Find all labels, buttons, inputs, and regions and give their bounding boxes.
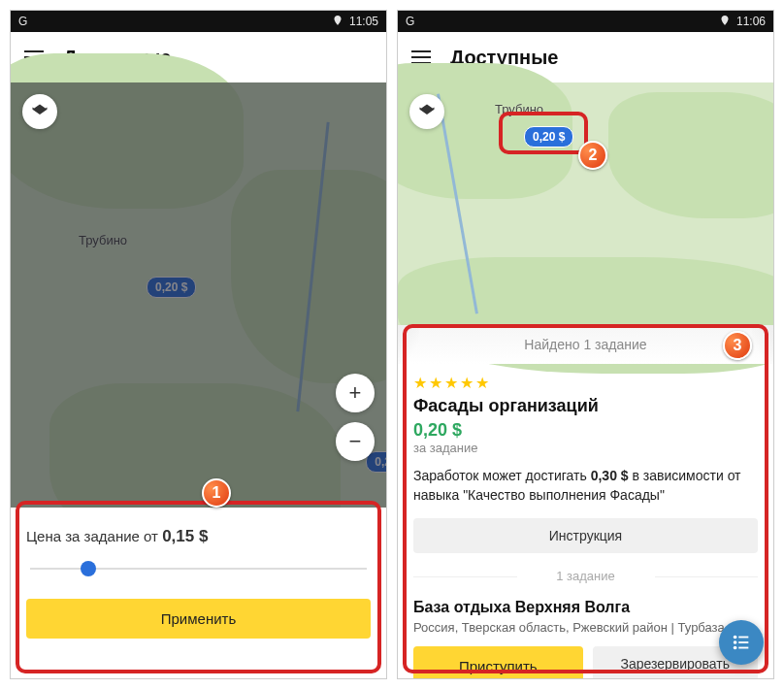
- subtask-title: База отдыха Верхняя Волга: [413, 599, 758, 616]
- found-banner: Найдено 1 задание: [398, 325, 773, 364]
- menu-icon[interactable]: [411, 50, 431, 64]
- task-description: Заработок может достигать 0,30 $ в завис…: [413, 467, 758, 505]
- phone-right: G 11:06 Доступные Трубино 0,20 $ 2 Найде…: [397, 10, 774, 679]
- map-decor: [608, 92, 774, 218]
- statusbar-time: 11:05: [349, 15, 378, 28]
- map-price-pin[interactable]: 0,20 $: [147, 277, 196, 298]
- map-decor: [10, 53, 244, 209]
- svg-rect-1: [738, 637, 748, 639]
- statusbar-brand: G: [18, 15, 27, 28]
- start-button[interactable]: Приступить: [413, 646, 583, 679]
- slider-thumb[interactable]: [81, 561, 96, 576]
- svg-point-4: [734, 646, 737, 650]
- map-town-label: Трубино: [79, 233, 127, 247]
- svg-point-0: [734, 636, 737, 640]
- task-desc-amount: 0,30 $: [591, 468, 629, 483]
- task-title: Фасады организаций: [413, 396, 758, 416]
- svg-rect-3: [738, 641, 748, 643]
- location-icon: [719, 15, 731, 29]
- subtask-count-label: 1 задание: [413, 559, 758, 593]
- list-fab[interactable]: [719, 620, 764, 665]
- location-icon: [332, 15, 343, 29]
- task-rating: ★★★★★: [413, 374, 758, 392]
- phone-left: G 11:05 Доступные Трубино 0,20 $ 0,2 + −…: [10, 10, 387, 679]
- statusbar: G 11:05: [11, 11, 386, 32]
- map-price-pin[interactable]: 0,20 $: [524, 126, 573, 148]
- filter-price-label: Цена за задание от 0,15 $: [26, 527, 371, 546]
- instruction-button[interactable]: Инструкция: [413, 518, 758, 553]
- task-desc-pre: Заработок может достигать: [413, 468, 591, 483]
- filter-price-prefix: Цена за задание от: [26, 528, 162, 544]
- svg-rect-5: [738, 647, 748, 649]
- task-price-sub: за задание: [413, 441, 758, 455]
- layers-button[interactable]: [22, 94, 57, 129]
- statusbar-time: 11:06: [736, 15, 766, 28]
- action-row: Приступить Зарезервировать: [413, 646, 758, 679]
- svg-point-2: [734, 640, 737, 644]
- zoom-in-button[interactable]: +: [336, 374, 375, 412]
- task-card: ★★★★★ Фасады организаций 0,20 $ за задан…: [398, 364, 773, 679]
- map-view[interactable]: Трубино 0,20 $ 0,2 + −: [11, 82, 386, 509]
- layers-button[interactable]: [409, 94, 444, 129]
- callout-badge-1: 1: [202, 478, 231, 508]
- statusbar-brand: G: [406, 15, 414, 28]
- apply-button[interactable]: Применить: [26, 599, 371, 639]
- task-price: 0,20 $: [413, 420, 758, 441]
- map-decor: [231, 170, 387, 383]
- callout-badge-3: 3: [723, 331, 752, 360]
- map-view[interactable]: Трубино 0,20 $: [398, 82, 773, 325]
- map-town-label: Трубино: [495, 102, 543, 116]
- price-slider[interactable]: [30, 568, 367, 570]
- statusbar: G 11:06: [398, 11, 773, 32]
- zoom-out-button[interactable]: −: [336, 422, 375, 461]
- subtask-address: Россия, Тверская область, Ржевский район…: [413, 620, 758, 635]
- filter-price-value: 0,15 $: [162, 527, 208, 545]
- filter-sheet: Цена за задание от 0,15 $ Применить: [11, 508, 386, 678]
- callout-badge-2: 2: [578, 141, 607, 170]
